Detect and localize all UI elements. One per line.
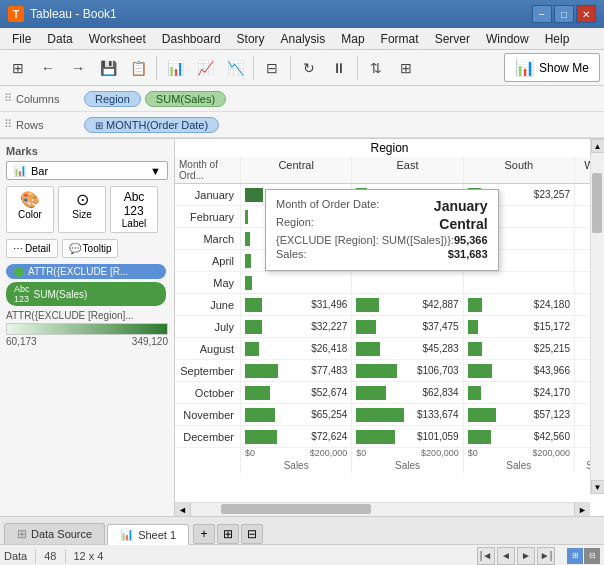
value-south-8: $43,966 [534, 365, 570, 376]
scroll-right-btn[interactable]: ► [574, 503, 590, 517]
toolbar-swap[interactable]: ⇅ [362, 54, 390, 82]
bar-central-0 [245, 188, 263, 202]
columns-label: ⠿ Columns [4, 92, 84, 105]
field-pill-attr[interactable]: ATTR({EXCLUDE [R... [6, 264, 166, 279]
bar-central-4 [245, 276, 252, 290]
field-pill-sum[interactable]: Abc123 SUM(Sales) [6, 282, 166, 306]
chart-row: June$31,496$42,887$24,180 [175, 294, 604, 316]
toolbar-copy[interactable]: 📋 [124, 54, 152, 82]
status-grid: ⊞ ⊟ [567, 548, 600, 564]
cell-east-7: $45,283 [351, 338, 462, 359]
menu-worksheet[interactable]: Worksheet [81, 30, 154, 48]
tooltip-row1: Month of Order Date: January [276, 198, 488, 214]
menu-server[interactable]: Server [427, 30, 478, 48]
menu-analysis[interactable]: Analysis [273, 30, 334, 48]
rows-pill-month[interactable]: ⊞ MONTH(Order Date) [84, 117, 219, 133]
value-south-5: $24,180 [534, 299, 570, 310]
tooltip-val2: Central [439, 216, 487, 232]
detail-btn[interactable]: ⋯ Detail [6, 239, 58, 258]
mark-type-select[interactable]: 📊 Bar ▼ [6, 161, 168, 180]
nav-next-btn[interactable]: ► [517, 547, 535, 565]
toolbar-refresh[interactable]: ↻ [295, 54, 323, 82]
chart-vscrollbar[interactable]: ▲ ▼ [590, 139, 604, 494]
scroll-down-btn[interactable]: ▼ [591, 480, 605, 494]
sales-label-central: Sales [240, 458, 351, 473]
toolbar-forward[interactable]: → [64, 54, 92, 82]
toolbar-chart3[interactable]: 📉 [221, 54, 249, 82]
menu-data[interactable]: Data [39, 30, 80, 48]
toolbar-new[interactable]: ⊞ [4, 54, 32, 82]
bar-icon: 📊 [13, 164, 27, 177]
axis-south-max: $200,000 [532, 448, 570, 458]
toolbar-filter[interactable]: ⊟ [258, 54, 286, 82]
columns-grip-icon: ⠿ [4, 92, 12, 105]
minimize-button[interactable]: − [532, 5, 552, 23]
tab-datasource[interactable]: ⊞ Data Source [4, 523, 105, 544]
cell-east-9: $62,834 [351, 382, 462, 403]
cell-central-4 [240, 272, 351, 293]
toolbar-pause[interactable]: ⏸ [325, 54, 353, 82]
sheet-arrows-btn[interactable]: ⊟ [241, 524, 263, 544]
menu-map[interactable]: Map [333, 30, 372, 48]
month-label-april: April [175, 255, 240, 267]
maximize-button[interactable]: □ [554, 5, 574, 23]
axis-row: $0 $200,000 $0 $200,000 $0 $200,000 [175, 448, 604, 458]
cell-central-9: $52,674 [240, 382, 351, 403]
month-label-january: January [175, 189, 240, 201]
nav-last-btn[interactable]: ►| [537, 547, 555, 565]
field-sum-icon: Abc123 [14, 284, 30, 304]
new-sheet-btn[interactable]: + [193, 524, 215, 544]
detail-label: Detail [25, 243, 51, 254]
chart-row: October$52,674$62,834$24,170 [175, 382, 604, 404]
menu-dashboard[interactable]: Dashboard [154, 30, 229, 48]
size-btn[interactable]: ⊙ Size [58, 186, 106, 233]
menu-file[interactable]: File [4, 30, 39, 48]
sheet-list-btn[interactable]: ⊞ [217, 524, 239, 544]
toolbar-save[interactable]: 💾 [94, 54, 122, 82]
bar-central-6 [245, 320, 262, 334]
value-south-0: $23,257 [534, 189, 570, 200]
month-label-september: September [175, 365, 240, 377]
chart-row: May [175, 272, 604, 294]
toolbar-fix[interactable]: ⊞ [392, 54, 420, 82]
toolbar-chart1[interactable]: 📊 [161, 54, 189, 82]
menu-help[interactable]: Help [537, 30, 578, 48]
cell-south-4 [463, 272, 574, 293]
bar-south-11 [468, 430, 491, 444]
scroll-thumb[interactable] [592, 173, 602, 233]
value-south-11: $42,560 [534, 431, 570, 442]
columns-pill-region[interactable]: Region [84, 91, 141, 107]
tooltip-btn[interactable]: 💬 Tooltip [62, 239, 119, 258]
show-me-button[interactable]: 📊 Show Me [504, 53, 600, 82]
menu-story[interactable]: Story [229, 30, 273, 48]
tooltip-key2: Region: [276, 216, 314, 232]
toolbar-chart2[interactable]: 📈 [191, 54, 219, 82]
toolbar-back[interactable]: ← [34, 54, 62, 82]
close-button[interactable]: ✕ [576, 5, 596, 23]
axis-east-max: $200,000 [421, 448, 459, 458]
menu-bar: File Data Worksheet Dashboard Story Anal… [0, 28, 604, 50]
menu-window[interactable]: Window [478, 30, 537, 48]
col-east: East [351, 157, 462, 183]
hscroll-track [191, 503, 574, 516]
menu-format[interactable]: Format [373, 30, 427, 48]
color-btn[interactable]: 🎨 Color [6, 186, 54, 233]
app-icon: T [8, 6, 24, 22]
chart-hscrollbar[interactable]: ◄ ► [175, 502, 590, 516]
scroll-up-btn[interactable]: ▲ [591, 139, 605, 153]
scroll-left-btn[interactable]: ◄ [175, 503, 191, 517]
tooltip-key1: Month of Order Date: [276, 198, 379, 214]
cell-south-5: $24,180 [463, 294, 574, 315]
size-icon: ⊙ [76, 190, 89, 209]
show-me-label: Show Me [539, 61, 589, 75]
hscroll-thumb[interactable] [221, 504, 371, 514]
columns-pill-sales[interactable]: SUM(Sales) [145, 91, 226, 107]
cell-east-10: $133,674 [351, 404, 462, 425]
cell-east-11: $101,059 [351, 426, 462, 447]
bar-central-3 [245, 254, 251, 268]
cell-south-10: $57,123 [463, 404, 574, 425]
nav-first-btn[interactable]: |◄ [477, 547, 495, 565]
label-btn[interactable]: Abc123 Label [110, 186, 158, 233]
nav-prev-btn[interactable]: ◄ [497, 547, 515, 565]
tab-sheet1[interactable]: 📊 Sheet 1 [107, 524, 189, 545]
